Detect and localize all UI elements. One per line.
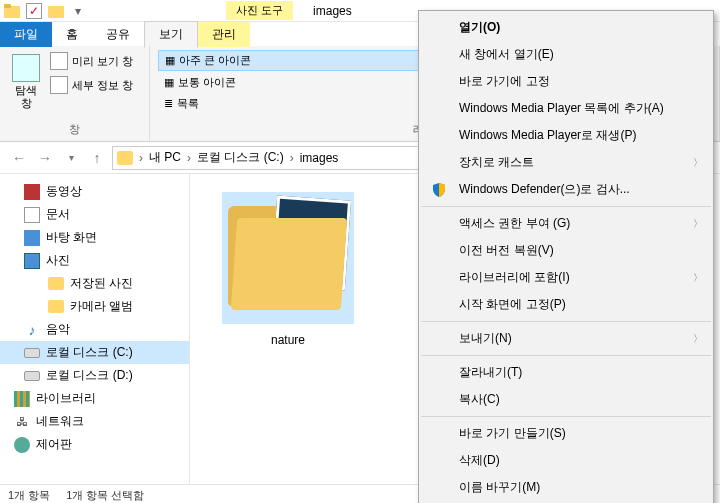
- menu-rename[interactable]: 이름 바꾸기(M): [419, 474, 713, 501]
- tree-music[interactable]: ♪음악: [0, 318, 189, 341]
- preview-pane-button[interactable]: 미리 보기 창: [48, 50, 141, 72]
- quick-access-toolbar: ✓ ▾: [4, 3, 86, 19]
- breadcrumb-folder[interactable]: images: [300, 151, 339, 165]
- view-m-icons[interactable]: ▦보통 아이콘: [158, 73, 440, 92]
- menu-wmp-add[interactable]: Windows Media Player 목록에 추가(A): [419, 95, 713, 122]
- shield-icon: [431, 182, 447, 198]
- nav-pane-button[interactable]: 탐색 창: [8, 50, 44, 122]
- menu-pin-quickaccess[interactable]: 바로 가기에 고정: [419, 68, 713, 95]
- folder-icon: [228, 198, 348, 318]
- tree-pictures[interactable]: 사진: [0, 249, 189, 272]
- menu-separator: [421, 416, 711, 417]
- tab-manage[interactable]: 관리: [198, 22, 250, 47]
- tree-camera[interactable]: 카메라 앨범: [0, 295, 189, 318]
- menu-restore[interactable]: 이전 버전 복원(V): [419, 237, 713, 264]
- folder-icon: [4, 3, 20, 19]
- chevron-right-icon[interactable]: ›: [183, 151, 195, 165]
- menu-defender[interactable]: Windows Defender(으)로 검사...: [419, 176, 713, 203]
- menu-separator: [421, 206, 711, 207]
- tree-drive-d[interactable]: 로컬 디스크 (D:): [0, 364, 189, 387]
- chevron-right-icon[interactable]: ›: [135, 151, 147, 165]
- menu-cut[interactable]: 잘라내기(T): [419, 359, 713, 386]
- list-icon: ≣: [164, 97, 173, 110]
- details-pane-button[interactable]: 세부 정보 창: [48, 74, 141, 96]
- dropdown-icon[interactable]: ▾: [70, 3, 86, 19]
- view-xl-icons[interactable]: ▦아주 큰 아이콘: [158, 50, 440, 71]
- checkbox-icon[interactable]: ✓: [26, 3, 42, 19]
- menu-new-window[interactable]: 새 창에서 열기(E): [419, 41, 713, 68]
- tree-videos[interactable]: 동영상: [0, 180, 189, 203]
- tab-view[interactable]: 보기: [144, 21, 198, 48]
- contextual-tab-label: 사진 도구: [226, 1, 293, 20]
- tree-control-panel[interactable]: 제어판: [0, 433, 189, 456]
- group-label: 창: [8, 122, 141, 137]
- forward-button[interactable]: →: [34, 147, 56, 169]
- nav-tree: 동영상 문서 바탕 화면 사진 저장된 사진 카메라 앨범 ♪음악 로컬 디스크…: [0, 174, 190, 484]
- chevron-right-icon: 〉: [693, 156, 703, 170]
- status-count: 1개 항목: [8, 488, 50, 503]
- menu-open[interactable]: 열기(O): [419, 14, 713, 41]
- menu-include-library[interactable]: 라이브러리에 포함(I)〉: [419, 264, 713, 291]
- tree-saved-pics[interactable]: 저장된 사진: [0, 272, 189, 295]
- ribbon-group-pane: 탐색 창 미리 보기 창 세부 정보 창 창: [0, 46, 150, 141]
- menu-wmp-play[interactable]: Windows Media Player로 재생(P): [419, 122, 713, 149]
- status-selected: 1개 항목 선택함: [66, 488, 144, 503]
- chevron-right-icon: 〉: [693, 217, 703, 231]
- context-menu: 열기(O) 새 창에서 열기(E) 바로 가기에 고정 Windows Medi…: [418, 10, 714, 503]
- tab-home[interactable]: 홈: [52, 22, 92, 47]
- breadcrumb-pc[interactable]: 내 PC: [149, 149, 181, 166]
- tab-file[interactable]: 파일: [0, 22, 52, 47]
- tab-share[interactable]: 공유: [92, 22, 144, 47]
- tiles-icon: ▦: [165, 54, 175, 67]
- breadcrumb-drive[interactable]: 로컬 디스크 (C:): [197, 149, 284, 166]
- tree-drive-c[interactable]: 로컬 디스크 (C:): [0, 341, 189, 364]
- folder-item-nature[interactable]: nature: [208, 192, 368, 347]
- menu-cast[interactable]: 장치로 캐스트〉: [419, 149, 713, 176]
- chevron-right-icon: 〉: [693, 271, 703, 285]
- view-list[interactable]: ≣목록: [158, 94, 440, 113]
- back-button[interactable]: ←: [8, 147, 30, 169]
- folder-label: nature: [208, 333, 368, 347]
- svg-rect-1: [4, 4, 11, 8]
- menu-access[interactable]: 액세스 권한 부여 (G)〉: [419, 210, 713, 237]
- folder-icon: [117, 151, 133, 165]
- window-title: images: [313, 4, 352, 18]
- tree-library[interactable]: 라이브러리: [0, 387, 189, 410]
- up-button[interactable]: ↑: [86, 147, 108, 169]
- tree-network[interactable]: 🖧네트워크: [0, 410, 189, 433]
- folder-icon: [48, 3, 64, 19]
- menu-separator: [421, 321, 711, 322]
- tiles-icon: ▦: [164, 76, 174, 89]
- menu-separator: [421, 355, 711, 356]
- chevron-right-icon: 〉: [693, 332, 703, 346]
- tree-desktop[interactable]: 바탕 화면: [0, 226, 189, 249]
- chevron-right-icon[interactable]: ›: [286, 151, 298, 165]
- menu-copy[interactable]: 복사(C): [419, 386, 713, 413]
- menu-delete[interactable]: 삭제(D): [419, 447, 713, 474]
- svg-rect-2: [48, 6, 64, 18]
- menu-create-shortcut[interactable]: 바로 가기 만들기(S): [419, 420, 713, 447]
- menu-pin-start[interactable]: 시작 화면에 고정(P): [419, 291, 713, 318]
- tree-documents[interactable]: 문서: [0, 203, 189, 226]
- history-dropdown[interactable]: ▾: [60, 147, 82, 169]
- menu-send-to[interactable]: 보내기(N)〉: [419, 325, 713, 352]
